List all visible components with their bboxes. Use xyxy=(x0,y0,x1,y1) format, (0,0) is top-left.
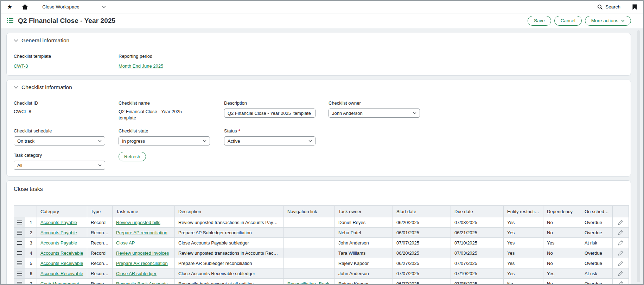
edit-cell xyxy=(613,228,629,238)
checklist-owner-select[interactable]: John Anderson xyxy=(329,109,420,118)
search-button[interactable]: Search xyxy=(597,4,620,10)
edit-cell xyxy=(613,268,629,279)
category-link[interactable]: Accounts Payable xyxy=(40,220,77,225)
edit-task-button[interactable] xyxy=(613,238,629,248)
task-name-link[interactable]: Review unposted bills xyxy=(116,220,160,225)
cancel-button[interactable]: Cancel xyxy=(554,16,582,26)
due-date-cell: 07/07/2025 xyxy=(451,258,504,268)
pencil-icon xyxy=(618,281,624,284)
description-cell: Prepare AR Subledger reconciliation xyxy=(175,258,284,268)
checklist-information-header[interactable]: Checklist information xyxy=(14,84,624,94)
close-tasks-section: Close tasks Category Type Task name xyxy=(6,180,631,284)
home-button[interactable] xyxy=(22,4,28,10)
search-icon xyxy=(597,4,603,10)
more-actions-label: More actions xyxy=(591,18,618,23)
edit-task-button[interactable] xyxy=(613,217,629,227)
on-schedule-cell: At risk xyxy=(581,238,613,248)
bookmark-button[interactable] xyxy=(632,4,637,10)
task-owner-cell: Tara Williams xyxy=(335,248,393,258)
task-owner-column-header: Task owner xyxy=(335,206,393,217)
task-name-link[interactable]: Prepare AR reconciliation xyxy=(116,261,168,266)
navigation-link-cell xyxy=(284,258,335,268)
checklist-information-section: Checklist information Checklist ID CWCL-… xyxy=(6,80,631,176)
edit-task-button[interactable] xyxy=(613,258,629,268)
category-link[interactable]: Accounts Payable xyxy=(40,240,77,246)
description-cell: Prepare AP Subledger reconciliation xyxy=(175,228,284,238)
type-cell: Reconcile xyxy=(87,228,113,238)
save-button[interactable]: Save xyxy=(528,16,551,26)
refresh-button[interactable]: Refresh xyxy=(119,152,146,161)
reporting-period-link[interactable]: Month End June 2025 xyxy=(119,63,163,69)
drag-handle-icon[interactable] xyxy=(14,228,25,237)
type-column-header: Type xyxy=(87,206,113,217)
category-link[interactable]: Accounts Receivable xyxy=(40,250,83,256)
edit-task-button[interactable] xyxy=(613,248,629,258)
category-link[interactable]: Accounts Receivable xyxy=(40,261,83,266)
general-information-header[interactable]: General information xyxy=(14,37,624,47)
dependency-cell: No xyxy=(543,258,581,268)
due-date-cell: 07/10/2025 xyxy=(451,268,504,279)
drag-handle-icon[interactable] xyxy=(14,258,25,268)
chevron-down-icon xyxy=(98,140,102,142)
category-link[interactable]: Accounts Receivable xyxy=(40,271,83,276)
drag-handle-icon[interactable] xyxy=(14,238,25,248)
checklist-state-select[interactable]: In progress xyxy=(119,136,210,145)
close-tasks-body: 1 Accounts Payable Record Review unposte… xyxy=(14,217,629,284)
required-asterisk: * xyxy=(238,128,240,134)
edit-task-button[interactable] xyxy=(613,268,629,278)
drag-handle-icon[interactable] xyxy=(14,217,25,227)
row-number-cell: 7 xyxy=(25,279,37,284)
pencil-icon xyxy=(618,219,624,225)
entity-restriction-cell: Yes xyxy=(504,258,543,268)
edit-task-button[interactable] xyxy=(613,228,629,237)
navigation-link-column-header: Navigation link xyxy=(284,206,335,217)
task-name-link[interactable]: Close AP xyxy=(116,240,135,246)
task-category-label: Task category xyxy=(14,153,108,158)
description-input[interactable] xyxy=(224,109,315,118)
drag-handle-icon[interactable] xyxy=(14,268,25,278)
checklist-id-value: CWCL-8 xyxy=(14,109,108,115)
favorite-star-button[interactable]: ★ xyxy=(7,4,12,10)
task-name-link[interactable]: Reconcile Bank Accounts xyxy=(116,281,168,284)
description-field: Description xyxy=(224,100,329,121)
status-select[interactable]: Active xyxy=(224,136,315,145)
navigation-link[interactable]: Reconciliation--Bank xyxy=(287,281,329,284)
type-cell: Record xyxy=(87,217,113,228)
pencil-icon xyxy=(618,250,624,256)
description-cell: Close Accounts Receivable subledger xyxy=(175,268,284,279)
checklist-name-label: Checklist name xyxy=(119,100,213,106)
category-link[interactable]: Cash Management xyxy=(40,281,79,284)
on-schedule-cell: At risk xyxy=(581,268,613,279)
edit-task-button[interactable] xyxy=(613,279,629,284)
drag-handle-icon[interactable] xyxy=(14,279,25,284)
section-title: General information xyxy=(21,37,69,44)
category-column-header: Category xyxy=(37,206,87,217)
table-row: 6 Accounts Receivable Reconcile Close AR… xyxy=(14,268,629,279)
checklist-template-label: Checklist template xyxy=(14,54,51,59)
edit-cell xyxy=(613,217,629,228)
category-cell: Accounts Payable xyxy=(37,217,87,228)
checklist-template-link[interactable]: CWT-3 xyxy=(14,63,28,69)
entity-restriction-cell: No xyxy=(504,279,543,284)
refresh-button-label: Refresh xyxy=(124,154,140,159)
drag-handle-icon[interactable] xyxy=(14,248,25,258)
category-link[interactable]: Accounts Payable xyxy=(40,230,77,235)
status-field: Status* Active xyxy=(224,128,329,145)
task-name-link[interactable]: Review unposted invoices xyxy=(116,250,169,256)
task-name-link[interactable]: Close AR subledger xyxy=(116,271,157,276)
category-cell: Accounts Receivable xyxy=(37,268,87,279)
workspace-selector[interactable]: Close Workspace xyxy=(42,4,106,10)
page-scrollbar[interactable] xyxy=(637,30,640,282)
entity-restriction-cell: Yes xyxy=(504,217,543,228)
task-category-select[interactable]: All xyxy=(14,161,105,170)
task-name-cell: Review unposted bills xyxy=(113,217,175,228)
entity-restriction-column-header: Entity restriction xyxy=(504,206,543,217)
checklist-schedule-select[interactable]: On track xyxy=(14,136,105,145)
task-name-link[interactable]: Prepare AP reconciliation xyxy=(116,230,167,235)
drag-cell xyxy=(14,248,25,258)
more-actions-button[interactable]: More actions xyxy=(585,16,631,26)
row-number-cell: 4 xyxy=(25,248,37,258)
status-value: Active xyxy=(228,138,308,144)
on-schedule-cell: Overdue xyxy=(581,279,613,284)
status-label: Status* xyxy=(224,128,318,134)
